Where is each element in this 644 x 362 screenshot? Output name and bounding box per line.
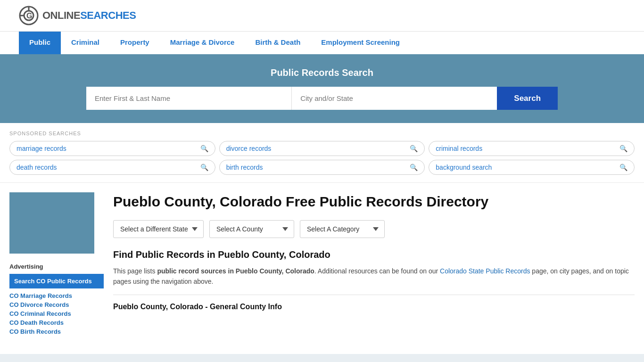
- dropdowns-row: Select a Different State Select A County…: [113, 220, 635, 238]
- page-title: Pueblo County, Colorado Free Public Reco…: [113, 192, 635, 211]
- sponsored-tag-divorce[interactable]: divorce records 🔍: [219, 141, 425, 156]
- sidebar-link-birth[interactable]: CO Birth Records: [9, 328, 104, 335]
- sidebar-link-divorce[interactable]: CO Divorce Records: [9, 301, 104, 308]
- sponsored-tag-marriage[interactable]: marriage records 🔍: [9, 141, 215, 156]
- site-header: G ONLINESEARCHES: [0, 0, 644, 31]
- search-button[interactable]: Search: [497, 87, 558, 110]
- sponsored-section: SPONSORED SEARCHES marriage records 🔍 di…: [0, 123, 644, 183]
- sidebar-link-criminal[interactable]: CO Criminal Records: [9, 310, 104, 317]
- search-banner-title: Public Records Search: [19, 67, 625, 78]
- content-area: Advertising Search CO Public Records CO …: [0, 183, 644, 345]
- sponsored-tag-death[interactable]: death records 🔍: [9, 160, 215, 175]
- find-heading: Find Public Records in Pueblo County, Co…: [113, 249, 635, 260]
- main-nav: Public Criminal Property Marriage & Divo…: [0, 31, 644, 54]
- nav-item-property[interactable]: Property: [110, 32, 160, 54]
- description-text: This page lists public record sources in…: [113, 266, 635, 287]
- section-divider: [113, 295, 635, 295]
- nav-item-birth-death[interactable]: Birth & Death: [245, 32, 311, 54]
- county-map-image: [9, 192, 94, 254]
- name-input[interactable]: [86, 87, 292, 110]
- logo[interactable]: G ONLINESEARCHES: [19, 6, 136, 25]
- county-dropdown[interactable]: Select A County: [209, 220, 294, 238]
- advertising-label: Advertising: [9, 263, 104, 270]
- sidebar-link-marriage[interactable]: CO Marriage Records: [9, 292, 104, 299]
- search-icon-3: 🔍: [200, 164, 208, 171]
- search-icon-5: 🔍: [619, 164, 627, 171]
- svg-text:G: G: [26, 12, 32, 20]
- sponsored-tag-criminal[interactable]: criminal records 🔍: [429, 141, 635, 156]
- search-banner: Public Records Search Search: [0, 54, 644, 123]
- sponsored-tag-birth[interactable]: birth records 🔍: [219, 160, 425, 175]
- nav-item-employment[interactable]: Employment Screening: [311, 32, 410, 54]
- category-dropdown[interactable]: Select A Category: [300, 220, 385, 238]
- page-body: SPONSORED SEARCHES marriage records 🔍 di…: [0, 123, 644, 354]
- search-icon-4: 🔍: [410, 164, 418, 171]
- location-input[interactable]: [292, 87, 497, 110]
- search-icon-1: 🔍: [410, 145, 418, 152]
- logo-icon: G: [19, 6, 39, 25]
- search-icon-2: 🔍: [619, 145, 627, 152]
- search-icon-0: 🔍: [200, 145, 208, 152]
- sidebar-link-death[interactable]: CO Death Records: [9, 319, 104, 326]
- logo-text: ONLINESEARCHES: [42, 9, 136, 22]
- sidebar-ad-button[interactable]: Search CO Public Records: [9, 274, 104, 288]
- sidebar: Advertising Search CO Public Records CO …: [9, 192, 104, 335]
- sponsored-label: SPONSORED SEARCHES: [9, 131, 635, 136]
- sponsored-tag-background[interactable]: background search 🔍: [429, 160, 635, 175]
- main-content: Pueblo County, Colorado Free Public Reco…: [113, 192, 635, 335]
- sidebar-links: CO Marriage Records CO Divorce Records C…: [9, 292, 104, 335]
- sponsored-grid: marriage records 🔍 divorce records 🔍 cri…: [9, 141, 635, 175]
- state-dropdown[interactable]: Select a Different State: [113, 220, 204, 238]
- general-info-heading: Pueblo County, Colorado - General County…: [113, 303, 635, 311]
- state-records-link[interactable]: Colorado State Public Records: [440, 267, 530, 275]
- nav-item-criminal[interactable]: Criminal: [61, 32, 110, 54]
- search-fields: Search: [86, 87, 558, 110]
- nav-item-marriage-divorce[interactable]: Marriage & Divorce: [160, 32, 245, 54]
- nav-item-public[interactable]: Public: [19, 32, 61, 54]
